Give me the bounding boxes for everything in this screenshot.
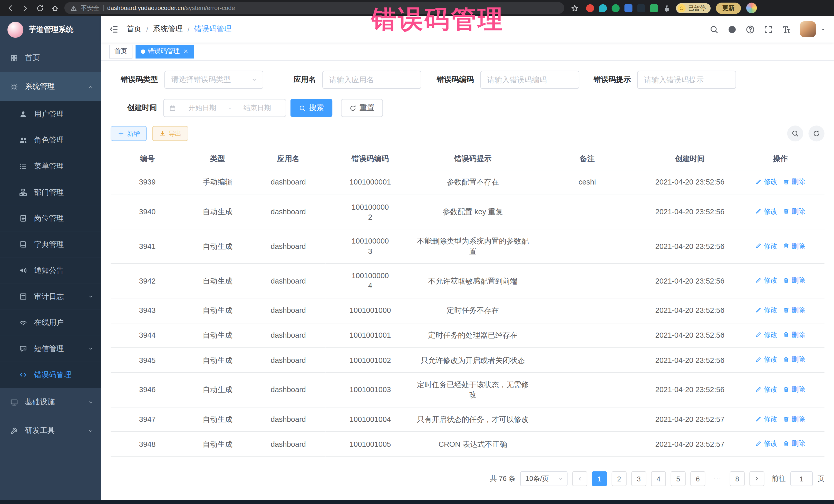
error-hint-input[interactable] (637, 71, 736, 89)
cell-code: 1001000003 (325, 229, 415, 264)
sidebar-toggle-icon[interactable] (109, 24, 118, 34)
page-button-8[interactable]: 8 (730, 472, 745, 486)
export-button[interactable]: 导出 (152, 126, 188, 141)
sidebar-item-sms-mgmt[interactable]: 短信管理 (0, 336, 101, 362)
delete-link[interactable]: 删除 (783, 305, 805, 314)
help-icon[interactable] (746, 25, 755, 34)
page-ellipsis[interactable]: ··· (710, 472, 725, 486)
bookmark-star-icon[interactable] (571, 4, 579, 12)
reset-button[interactable]: 重置 (341, 99, 383, 117)
page-button-3[interactable]: 3 (631, 472, 646, 486)
goto-page-input[interactable] (790, 472, 813, 486)
sidebar-item-home[interactable]: 首页 (0, 44, 101, 72)
delete-link[interactable]: 删除 (783, 207, 805, 216)
sidebar-item-user-mgmt[interactable]: 用户管理 (0, 101, 101, 127)
toggle-search-button[interactable] (787, 126, 803, 141)
tab-error-code[interactable]: 错误码管理 (136, 44, 194, 58)
extension-teal-icon[interactable] (599, 4, 607, 12)
sidebar-item-notice[interactable]: 通知公告 (0, 257, 101, 284)
sidebar-item-infra[interactable]: 基础设施 (0, 388, 101, 416)
sidebar-item-role-mgmt[interactable]: 角色管理 (0, 127, 101, 153)
github-icon[interactable] (727, 25, 737, 34)
breadcrumb-system[interactable]: 系统管理 (153, 24, 183, 34)
edit-link[interactable]: 修改 (755, 305, 777, 314)
chevron-down-icon (251, 76, 257, 83)
sidebar-item-error-code[interactable]: 错误码管理 (0, 361, 101, 388)
edit-link[interactable]: 修改 (755, 355, 777, 364)
edit-link[interactable]: 修改 (755, 330, 777, 339)
delete-link[interactable]: 删除 (783, 177, 805, 186)
page-button-6[interactable]: 6 (690, 472, 705, 486)
edit-link[interactable]: 修改 (755, 439, 777, 448)
filter-group-type: 错误码类型 请选择错误码类型 (111, 71, 263, 89)
sidebar-item-system[interactable]: 系统管理 (0, 72, 101, 101)
delete-link[interactable]: 删除 (783, 439, 805, 448)
page-button-2[interactable]: 2 (612, 472, 627, 486)
edit-link[interactable]: 修改 (755, 414, 777, 423)
tab-home[interactable]: 首页 (109, 44, 132, 58)
extension-blue-icon[interactable] (624, 4, 632, 12)
sidebar-item-dept-mgmt[interactable]: 部门管理 (0, 179, 101, 205)
sidebar-item-post-mgmt[interactable]: 岗位管理 (0, 205, 101, 232)
delete-link[interactable]: 删除 (783, 355, 805, 364)
date-range-picker[interactable]: 开始日期 - 结束日期 (163, 99, 286, 117)
browser-forward-button[interactable] (21, 4, 29, 12)
update-label: 更新 (722, 5, 735, 11)
sync-paused-badge[interactable]: ☺ 已暂停 (676, 3, 710, 13)
sidebar-item-audit-log[interactable]: 审计日志 (0, 284, 101, 310)
prev-page-button[interactable] (572, 472, 587, 486)
close-icon[interactable] (183, 48, 189, 54)
table-row: 3945自动生成dashboard1001001002只允许修改为开启或者关闭状… (111, 348, 825, 373)
browser-profile-avatar[interactable] (746, 3, 757, 13)
chevron-up-icon (88, 84, 94, 90)
page-button-5[interactable]: 5 (671, 472, 686, 486)
browser-back-button[interactable] (6, 4, 14, 12)
edit-link[interactable]: 修改 (755, 177, 777, 186)
sidebar-item-menu-mgmt[interactable]: 菜单管理 (0, 153, 101, 179)
sidebar-item-dict-mgmt[interactable]: 字典管理 (0, 232, 101, 258)
edit-link[interactable]: 修改 (755, 276, 777, 285)
page-size-select[interactable]: 10条/页 (520, 472, 567, 486)
search-button[interactable]: 搜索 (290, 99, 333, 117)
delete-link[interactable]: 删除 (783, 414, 805, 423)
delete-link[interactable]: 删除 (783, 330, 805, 339)
edit-link[interactable]: 修改 (755, 385, 777, 394)
app-name-input[interactable] (322, 71, 421, 89)
page-button-1[interactable]: 1 (592, 472, 607, 486)
edit-link[interactable]: 修改 (755, 241, 777, 250)
extensions-puzzle-icon[interactable] (663, 4, 671, 12)
refresh-table-button[interactable] (809, 126, 825, 141)
browser-home-button[interactable] (51, 4, 59, 12)
delete-link[interactable]: 删除 (783, 241, 805, 250)
delete-link[interactable]: 删除 (783, 385, 805, 394)
extension-dark-icon[interactable] (637, 4, 645, 12)
add-button[interactable]: 新增 (111, 126, 147, 141)
cell-code: 1001001001 (325, 323, 415, 348)
edit-icon (755, 441, 762, 447)
edit-link[interactable]: 修改 (755, 207, 777, 216)
next-page-button[interactable] (749, 472, 764, 486)
error-type-select[interactable]: 请选择错误码类型 (164, 71, 263, 89)
font-size-icon[interactable] (782, 25, 791, 34)
cell-remark (531, 348, 643, 373)
fullscreen-icon[interactable] (764, 25, 773, 34)
user-avatar[interactable] (800, 21, 816, 37)
sidebar-item-online-user[interactable]: 在线用户 (0, 309, 101, 336)
extension-paw-icon[interactable] (650, 4, 658, 12)
wifi-icon (19, 319, 27, 327)
browser-update-button[interactable]: 更新 (716, 2, 741, 14)
search-icon (299, 105, 306, 111)
sidebar-item-dev-tools[interactable]: 研发工具 (0, 416, 101, 445)
browser-reload-button[interactable] (36, 4, 44, 12)
app-logo-row[interactable]: 芋道管理系统 (0, 16, 101, 44)
extension-red-icon[interactable] (586, 4, 594, 12)
page-button-4[interactable]: 4 (651, 472, 666, 486)
avatar-caret-icon[interactable] (820, 26, 826, 32)
delete-link[interactable]: 删除 (783, 276, 805, 285)
header-search-icon[interactable] (709, 25, 719, 34)
column-header-code: 错误码编码 (325, 148, 415, 170)
breadcrumb-home[interactable]: 首页 (127, 24, 141, 34)
error-code-input[interactable] (480, 71, 579, 89)
extension-green-icon[interactable] (612, 4, 620, 12)
edit-icon (755, 386, 762, 392)
